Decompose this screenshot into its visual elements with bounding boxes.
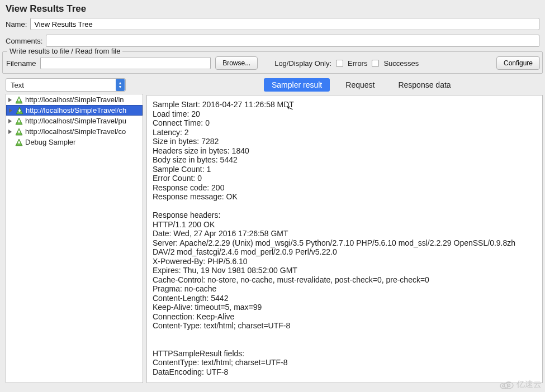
successes-checkbox[interactable] — [372, 60, 379, 67]
tree-item[interactable]: http://localhost/SimpleTravel/ch — [6, 105, 143, 116]
tab-sampler-result[interactable]: Sampler result — [264, 78, 330, 92]
page-title: View Results Tree — [0, 0, 545, 17]
tree-item[interactable]: http://localhost/SimpleTravel/pu — [6, 116, 143, 126]
expander-icon[interactable] — [9, 108, 12, 113]
tree-item[interactable]: http://localhost/SimpleTravel/in — [6, 94, 143, 105]
left-pane: Text ▲▼ http://localhost/SimpleTravel/in… — [2, 77, 143, 383]
results-tree[interactable]: http://localhost/SimpleTravel/inhttp://l… — [6, 94, 143, 383]
renderer-combo-value: Text — [11, 81, 24, 89]
configure-button[interactable]: Configure — [496, 56, 540, 70]
sample-success-icon — [15, 117, 23, 125]
comments-label: Comments: — [6, 37, 42, 45]
name-input[interactable] — [30, 18, 539, 30]
combo-arrows-icon: ▲▼ — [116, 79, 125, 91]
sample-success-icon — [15, 96, 23, 104]
renderer-combo[interactable]: Text ▲▼ — [6, 78, 126, 92]
expander-icon[interactable] — [8, 130, 12, 134]
expander-icon[interactable] — [8, 119, 12, 123]
filename-input[interactable] — [40, 57, 211, 69]
file-fieldset: Write results to file / Read from file F… — [2, 51, 543, 74]
tree-item[interactable]: Debug Sampler — [6, 137, 143, 147]
tab-request[interactable]: Request — [338, 78, 382, 92]
tab-response-data[interactable]: Response data — [390, 78, 458, 92]
tree-item[interactable]: http://localhost/SimpleTravel/co — [6, 126, 143, 137]
sample-success-icon — [16, 107, 23, 114]
name-label: Name: — [6, 20, 27, 28]
tree-item-label: http://localhost/SimpleTravel/ch — [26, 106, 126, 114]
sample-success-icon — [15, 138, 23, 146]
logdisplay-label: Log/Display Only: — [274, 59, 331, 68]
file-legend: Write results to file / Read from file — [7, 47, 122, 55]
sampler-result-text: Sample Start: 2016-04-27 11:26:58 MDT Lo… — [146, 95, 543, 383]
mouse-cursor-icon: ↖ — [286, 102, 295, 113]
tree-item-label: http://localhost/SimpleTravel/co — [25, 127, 126, 136]
tree-item-label: http://localhost/SimpleTravel/pu — [25, 117, 126, 125]
filename-label: Filename — [6, 59, 36, 68]
errors-checkbox[interactable] — [336, 60, 343, 67]
expander-icon[interactable] — [8, 98, 12, 102]
sample-success-icon — [15, 128, 23, 136]
errors-label: Errors — [348, 59, 367, 68]
tree-item-label: Debug Sampler — [25, 138, 75, 146]
browse-button[interactable]: Browse... — [215, 56, 258, 70]
comments-input[interactable] — [46, 35, 539, 47]
successes-label: Successes — [383, 59, 419, 68]
tree-item-label: http://localhost/SimpleTravel/in — [25, 95, 124, 104]
right-pane: Sampler result Request Response data Sam… — [146, 77, 543, 383]
